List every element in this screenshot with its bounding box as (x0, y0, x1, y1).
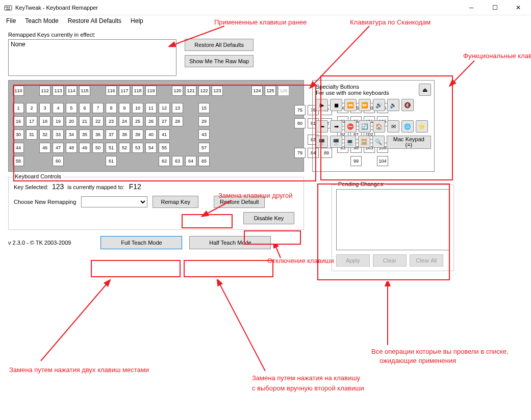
key-7[interactable]: 7 (92, 103, 104, 113)
restore-default-button[interactable]: Restore Default (214, 196, 265, 208)
key-11[interactable]: 11 (145, 103, 157, 113)
key-17[interactable]: 17 (26, 116, 37, 126)
key-120[interactable]: 120 (172, 86, 183, 96)
minimize-button[interactable]: ─ (460, 0, 483, 15)
mute-icon[interactable]: 🔇 (401, 99, 414, 111)
key-110[interactable]: 110 (13, 86, 24, 96)
key-51[interactable]: 51 (106, 143, 117, 153)
key-31[interactable]: 31 (26, 129, 37, 140)
key-123[interactable]: 123 (212, 86, 223, 96)
computer-icon[interactable]: 💻 (344, 136, 357, 148)
maximize-button[interactable]: ☐ (483, 0, 507, 15)
key-55[interactable]: 55 (159, 143, 170, 153)
key-32[interactable]: 32 (39, 129, 50, 140)
key-5[interactable]: 5 (66, 103, 77, 113)
key-12[interactable]: 12 (159, 103, 170, 113)
key-63[interactable]: 63 (172, 156, 183, 166)
search-icon[interactable]: 🔍 (372, 136, 385, 148)
key-61[interactable]: 61 (106, 156, 117, 166)
app2-icon[interactable]: 🖥️ (330, 136, 342, 148)
key-28[interactable]: 28 (172, 116, 183, 126)
calculator-icon[interactable]: 🧮 (358, 136, 370, 148)
key-9[interactable]: 9 (119, 103, 130, 113)
remapped-keys-list[interactable]: None (8, 39, 176, 76)
remapping-select[interactable] (81, 196, 147, 207)
key-116[interactable]: 116 (106, 86, 117, 96)
menu-help[interactable]: Help (131, 17, 143, 24)
key-119[interactable]: 119 (145, 86, 157, 96)
key-30[interactable]: 30 (13, 129, 24, 140)
key-26[interactable]: 26 (145, 116, 157, 126)
key-62[interactable]: 62 (159, 156, 170, 166)
key-23[interactable]: 23 (106, 116, 117, 126)
key-121[interactable]: 121 (185, 86, 196, 96)
key-44[interactable]: 44 (13, 143, 24, 153)
key-22[interactable]: 22 (92, 116, 104, 126)
key-50[interactable]: 50 (92, 143, 104, 153)
key-15[interactable]: 15 (198, 103, 210, 113)
pending-changes-list[interactable] (336, 189, 449, 250)
stop-nav-icon[interactable]: ⛔ (344, 120, 357, 133)
key-54[interactable]: 54 (145, 143, 157, 153)
key-58[interactable]: 58 (13, 156, 24, 166)
half-teach-mode-button[interactable]: Half Teach Mode (189, 236, 271, 249)
web-icon[interactable]: 🌐 (401, 120, 414, 133)
key-65[interactable]: 65 (198, 156, 210, 166)
key-39[interactable]: 39 (132, 129, 143, 140)
forward-nav-icon[interactable]: ➡ (330, 120, 342, 133)
favorites-icon[interactable]: ⭐ (416, 120, 428, 133)
show-raw-map-button[interactable]: Show Me The Raw Map (185, 55, 254, 67)
key-80[interactable]: 80 (294, 118, 306, 128)
key-8[interactable]: 8 (106, 103, 117, 113)
stop-icon[interactable]: ◼ (330, 99, 342, 111)
key-35[interactable]: 35 (79, 129, 90, 140)
key-115[interactable]: 115 (79, 86, 90, 96)
clear-all-button[interactable]: Clear All (410, 254, 443, 267)
play-icon[interactable]: ▶ (316, 99, 328, 111)
key-25[interactable]: 25 (132, 116, 143, 126)
eject-icon[interactable]: ⏏ (419, 84, 431, 96)
key-34[interactable]: 34 (66, 129, 77, 140)
key-21[interactable]: 21 (79, 116, 90, 126)
key-114[interactable]: 114 (66, 86, 77, 96)
key-64[interactable]: 64 (185, 156, 196, 166)
key-53[interactable]: 53 (132, 143, 143, 153)
key-29[interactable]: 29 (198, 116, 210, 126)
forward-icon[interactable]: ⏩ (359, 99, 371, 111)
key-79[interactable]: 79 (294, 148, 306, 158)
key-13[interactable]: 13 (172, 103, 183, 113)
key-48[interactable]: 48 (66, 143, 77, 153)
menu-restore[interactable]: Restore All Defaults (68, 17, 121, 24)
key-125[interactable]: 125 (265, 86, 276, 96)
key-33[interactable]: 33 (53, 129, 64, 140)
apply-button[interactable]: Apply (336, 254, 370, 267)
key-36[interactable]: 36 (92, 129, 104, 140)
key-16[interactable]: 16 (13, 116, 24, 126)
full-teach-mode-button[interactable]: Full Teach Mode (100, 236, 182, 249)
key-38[interactable]: 38 (119, 129, 130, 140)
key-49[interactable]: 49 (79, 143, 90, 153)
clear-button[interactable]: Clear (373, 254, 407, 267)
key-75[interactable]: 75 (294, 105, 306, 115)
key-57[interactable]: 57 (198, 143, 210, 153)
rewind-icon[interactable]: ⏪ (344, 99, 357, 111)
key-113[interactable]: 113 (53, 86, 64, 96)
app1-icon[interactable]: 🖥️ (316, 136, 328, 148)
key-27[interactable]: 27 (159, 116, 170, 126)
key-4[interactable]: 4 (53, 103, 64, 113)
mac-keypad-button[interactable]: Mac Keypad (=) (387, 136, 431, 149)
key-126[interactable]: 126 (278, 86, 289, 96)
remap-key-button[interactable]: Remap Key (153, 196, 198, 208)
key-46[interactable]: 46 (39, 143, 50, 153)
key-1[interactable]: 1 (13, 103, 24, 113)
mail-icon[interactable]: ✉ (387, 120, 399, 133)
key-118[interactable]: 118 (132, 86, 143, 96)
key-124[interactable]: 124 (251, 86, 263, 96)
key-47[interactable]: 47 (53, 143, 64, 153)
disable-key-button[interactable]: Disable Key (243, 212, 294, 224)
key-52[interactable]: 52 (119, 143, 130, 153)
key-24[interactable]: 24 (119, 116, 130, 126)
refresh-icon[interactable]: 🔄 (359, 120, 371, 133)
menu-file[interactable]: File (6, 17, 16, 24)
key-112[interactable]: 112 (39, 86, 50, 96)
